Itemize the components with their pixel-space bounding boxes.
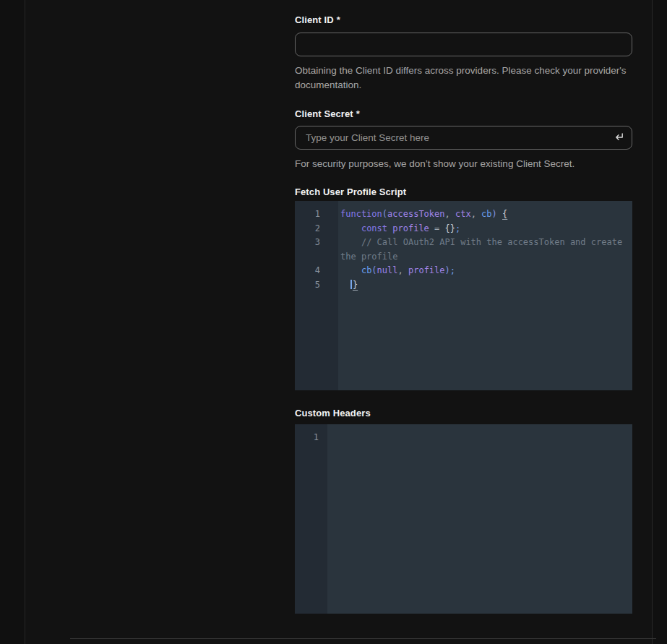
helper-line: documentation. bbox=[295, 78, 632, 93]
code-token: profile bbox=[392, 223, 429, 233]
code-token: profile bbox=[408, 265, 445, 275]
client-secret-label: Client Secret* bbox=[295, 108, 632, 120]
form-column: Client ID* Obtaining the Client ID diffe… bbox=[295, 0, 632, 614]
line-number: 5 bbox=[295, 278, 338, 293]
client-secret-helper-text: For security purposes, we don’t show you… bbox=[295, 157, 632, 171]
code-token: {} bbox=[445, 223, 455, 233]
line-number: 1 bbox=[295, 207, 338, 222]
client-secret-required-marker: * bbox=[356, 108, 360, 119]
client-secret-revert-button[interactable] bbox=[608, 128, 629, 147]
client-secret-label-text: Client Secret bbox=[295, 108, 353, 119]
custom-headers-editor[interactable]: 1 bbox=[295, 424, 632, 614]
code-token: , bbox=[398, 265, 408, 275]
client-id-label-text: Client ID bbox=[295, 14, 334, 25]
settings-content-panel: Client ID* Obtaining the Client ID diffe… bbox=[25, 0, 653, 644]
code-token: ) bbox=[445, 265, 450, 275]
code-line[interactable]: cb(null, profile); bbox=[338, 264, 632, 278]
code-token bbox=[340, 237, 361, 247]
line-number: 3 bbox=[295, 236, 338, 264]
code-token: , bbox=[471, 209, 481, 219]
code-token: null bbox=[377, 265, 398, 275]
line-number-gutter bbox=[295, 424, 327, 614]
code-line-row: 5 } bbox=[295, 278, 632, 293]
code-line-row: 1 bbox=[295, 431, 632, 445]
client-id-label: Client ID* bbox=[295, 14, 632, 26]
code-token: cb bbox=[481, 209, 491, 219]
undo-arrow-icon bbox=[613, 131, 625, 145]
code-token: } bbox=[353, 280, 358, 290]
client-secret-input[interactable] bbox=[295, 126, 632, 150]
code-line-row: 2 const profile = {}; bbox=[295, 222, 632, 236]
custom-headers-label: Custom Headers bbox=[295, 408, 632, 419]
client-id-helper-text: Obtaining the Client ID differs across p… bbox=[295, 64, 632, 93]
code-token: ; bbox=[450, 265, 455, 275]
code-token: ( bbox=[382, 209, 387, 219]
fetch-user-profile-script-label-text: Fetch User Profile Script bbox=[295, 186, 406, 197]
fetch-user-profile-script-editor[interactable]: 1function(accessToken, ctx, cb) {2 const… bbox=[295, 201, 632, 390]
code-token bbox=[497, 209, 502, 219]
text-cursor bbox=[350, 280, 352, 289]
code-content[interactable]: 1function(accessToken, ctx, cb) {2 const… bbox=[295, 201, 632, 292]
code-token: // Call OAuth2 API with the accessToken … bbox=[340, 237, 627, 262]
client-id-input[interactable] bbox=[295, 33, 632, 56]
section-divider bbox=[70, 638, 656, 639]
code-line-row: 4 cb(null, profile); bbox=[295, 264, 632, 278]
custom-headers-label-text: Custom Headers bbox=[295, 408, 371, 418]
code-token: accessToken bbox=[387, 209, 444, 219]
code-token: { bbox=[502, 209, 507, 219]
helper-line: Obtaining the Client ID differs across p… bbox=[295, 64, 632, 78]
code-token bbox=[340, 265, 361, 275]
code-token: cb bbox=[361, 265, 371, 275]
code-line[interactable]: function(accessToken, ctx, cb) { bbox=[338, 207, 632, 222]
code-token: ; bbox=[455, 223, 460, 233]
code-token: ) bbox=[492, 209, 497, 219]
code-line-row: 1function(accessToken, ctx, cb) { bbox=[295, 207, 632, 222]
code-token: ctx bbox=[455, 209, 471, 219]
code-token bbox=[340, 223, 361, 233]
line-number: 4 bbox=[295, 264, 338, 278]
code-token: const bbox=[361, 223, 387, 233]
code-token: = bbox=[429, 223, 445, 233]
code-line-row: 3 // Call OAuth2 API with the accessToke… bbox=[295, 236, 632, 264]
code-token bbox=[340, 280, 350, 290]
code-line[interactable] bbox=[327, 431, 632, 445]
code-token: , bbox=[445, 209, 455, 219]
client-secret-input-wrap bbox=[295, 126, 632, 150]
code-line[interactable]: const profile = {}; bbox=[338, 222, 632, 236]
oauth-connection-settings-page: { "form": { "client_id": { "label": "Cli… bbox=[0, 0, 667, 644]
code-token: function bbox=[340, 209, 382, 219]
line-number: 2 bbox=[295, 222, 338, 236]
line-number: 1 bbox=[295, 431, 327, 445]
client-id-required-marker: * bbox=[337, 14, 340, 25]
code-line[interactable]: } bbox=[338, 278, 632, 293]
code-content[interactable]: 1 bbox=[295, 424, 632, 445]
fetch-user-profile-script-label: Fetch User Profile Script bbox=[295, 186, 632, 198]
code-token: ( bbox=[371, 265, 376, 275]
code-line[interactable]: // Call OAuth2 API with the accessToken … bbox=[338, 236, 632, 264]
